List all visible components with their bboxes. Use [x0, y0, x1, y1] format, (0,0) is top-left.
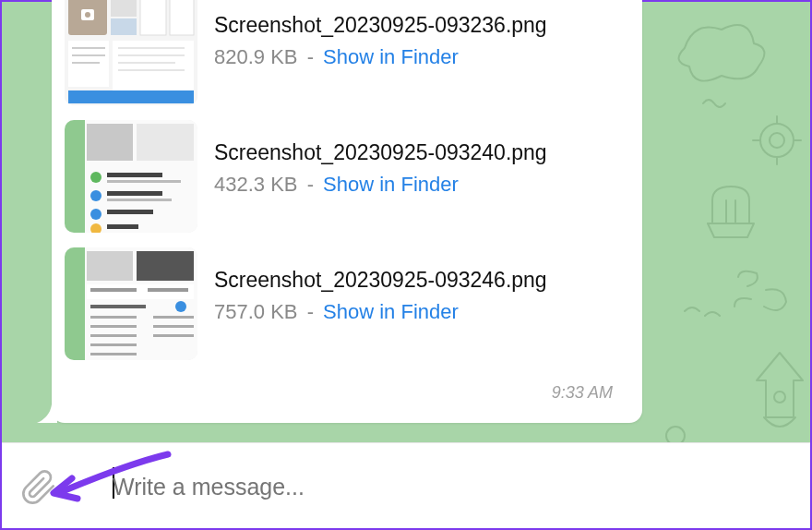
svg-rect-56	[153, 334, 194, 337]
svg-point-47	[175, 301, 186, 312]
svg-rect-27	[65, 120, 85, 233]
svg-rect-29	[137, 124, 194, 161]
file-attachment[interactable]: Screenshot_20230925-093246.png 757.0 KB …	[65, 247, 629, 360]
svg-rect-46	[148, 288, 188, 292]
svg-rect-50	[90, 325, 137, 328]
svg-rect-25	[68, 90, 194, 103]
file-size: 432.3 KB	[214, 173, 298, 196]
svg-rect-52	[90, 343, 137, 346]
svg-rect-49	[90, 316, 137, 319]
show-in-finder-link[interactable]: Show in Finder	[323, 173, 459, 196]
svg-rect-12	[111, 0, 137, 17]
file-size: 820.9 KB	[214, 45, 298, 68]
file-attachment[interactable]: Screenshot_20230925-093236.png 820.9 KB …	[65, 0, 629, 105]
svg-rect-32	[107, 180, 181, 183]
svg-rect-14	[140, 0, 166, 35]
svg-rect-51	[90, 334, 137, 337]
svg-rect-37	[107, 210, 153, 214]
file-attachment[interactable]: Screenshot_20230925-093240.png 432.3 KB …	[65, 120, 629, 233]
message-timestamp: 9:33 AM	[552, 383, 613, 403]
file-thumbnail	[65, 0, 197, 105]
file-name: Screenshot_20230925-093240.png	[214, 140, 629, 165]
file-thumbnail	[65, 120, 197, 233]
svg-point-11	[85, 12, 90, 18]
file-name: Screenshot_20230925-093246.png	[214, 268, 629, 293]
file-name: Screenshot_20230925-093236.png	[214, 13, 629, 38]
svg-point-36	[90, 209, 102, 220]
svg-rect-39	[107, 224, 138, 229]
message-input[interactable]	[111, 473, 773, 501]
svg-rect-53	[90, 353, 137, 355]
svg-rect-45	[90, 288, 137, 292]
message-composer	[2, 442, 810, 528]
svg-point-30	[90, 172, 102, 183]
svg-point-33	[90, 190, 102, 201]
svg-rect-13	[111, 18, 137, 35]
bubble-tail	[37, 404, 57, 423]
svg-rect-43	[137, 251, 194, 281]
svg-rect-15	[170, 0, 194, 35]
svg-rect-28	[87, 124, 133, 161]
svg-rect-55	[153, 325, 194, 328]
message-bubble: Screenshot_20230925-093236.png 820.9 KB …	[52, 0, 642, 423]
svg-rect-34	[107, 191, 162, 196]
svg-rect-54	[153, 316, 194, 319]
show-in-finder-link[interactable]: Show in Finder	[323, 300, 459, 323]
svg-rect-31	[107, 173, 162, 177]
show-in-finder-link[interactable]: Show in Finder	[323, 45, 459, 68]
file-thumbnail	[65, 247, 197, 360]
svg-rect-48	[90, 305, 146, 308]
svg-rect-42	[87, 251, 133, 281]
svg-rect-35	[107, 199, 172, 201]
file-size: 757.0 KB	[214, 300, 298, 323]
attach-icon[interactable]	[20, 469, 57, 506]
chat-area: Screenshot_20230925-093236.png 820.9 KB …	[2, 2, 810, 443]
svg-rect-41	[65, 247, 85, 360]
